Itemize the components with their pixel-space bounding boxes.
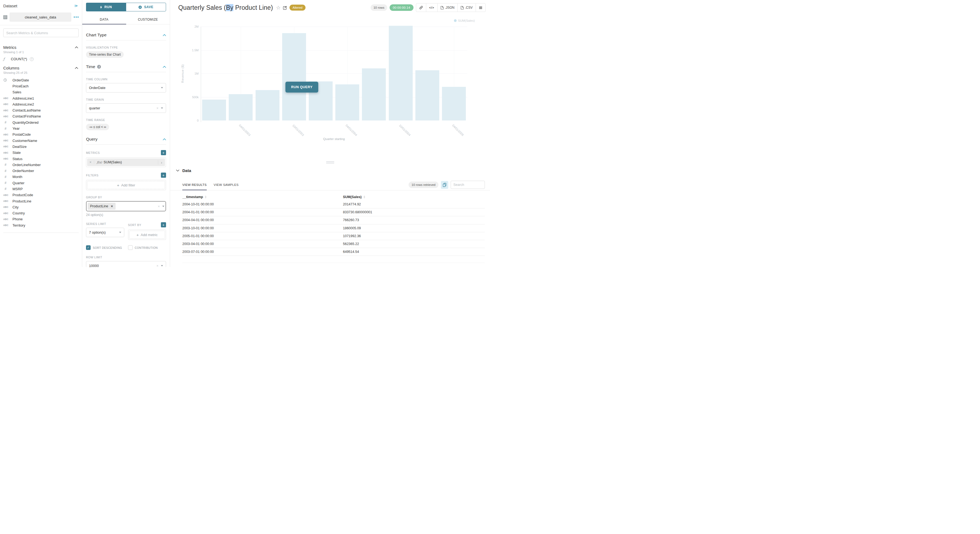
chevron-up-icon[interactable]	[163, 66, 166, 68]
sum-sales-cell: 766260.73	[343, 218, 485, 222]
column-header-timestamp[interactable]: __timestamp	[182, 195, 343, 199]
divider	[86, 72, 166, 72]
tab-data[interactable]: DATA	[82, 15, 126, 24]
metric-item[interactable]: ƒ COUNT(*) ?	[0, 54, 82, 61]
column-name: Phone	[13, 217, 23, 221]
column-item[interactable]: ABCContactFirstName	[0, 113, 82, 119]
embed-code-button[interactable]: </>	[426, 3, 438, 12]
table-row: 2004-10-01 00:00:002014774.92	[182, 200, 485, 208]
add-sort-metric-dropzone[interactable]: + Add metric	[129, 230, 165, 239]
time-range-value[interactable]: -∞ ≤ col < ∞	[86, 124, 109, 130]
clear-icon[interactable]: ×	[158, 204, 160, 208]
group-by-select[interactable]: ProductLine ✕ ×	[86, 201, 166, 211]
column-item[interactable]: #MSRP	[0, 186, 82, 192]
column-item[interactable]: ABCState	[0, 150, 82, 156]
column-item[interactable]: ABCProductCode	[0, 192, 82, 198]
add-filter-button[interactable]: +	[161, 173, 166, 178]
column-item[interactable]: ABCDealSize	[0, 143, 82, 149]
export-json-button[interactable]: .JSON	[438, 3, 457, 12]
column-item[interactable]: OrderDate	[0, 77, 82, 83]
chevron-right-icon[interactable]: ›	[158, 160, 165, 165]
column-item[interactable]: PriceEach	[0, 83, 82, 89]
column-item[interactable]: #Quarter	[0, 180, 82, 186]
export-csv-button[interactable]: .CSV	[457, 3, 476, 12]
chevron-up-icon[interactable]	[163, 34, 166, 36]
column-item[interactable]: #QuantityOrdered	[0, 119, 82, 126]
column-item[interactable]: ABCStatus	[0, 156, 82, 162]
chevron-down-icon[interactable]	[176, 170, 179, 172]
metrics-section-title: Metrics	[3, 45, 16, 50]
tab-customize[interactable]: CUSTOMIZE	[126, 15, 170, 24]
remove-metric-icon[interactable]: ×	[87, 161, 94, 164]
chevron-up-icon[interactable]	[163, 138, 166, 140]
column-item[interactable]: ABCAddressLine2	[0, 101, 82, 107]
sort-descending-checkbox[interactable]: ✓ SORT DESCENDING	[86, 245, 124, 250]
contribution-checkbox[interactable]: ✓ CONTRIBUTION	[128, 245, 166, 250]
clear-icon[interactable]: ×	[156, 106, 158, 110]
column-header-sum-sales[interactable]: SUM(Sales)	[343, 195, 485, 199]
add-filter-dropzone[interactable]: + Add filter	[87, 181, 165, 189]
column-name: PostalCode	[13, 132, 31, 137]
column-item[interactable]: ABCCustomerName	[0, 138, 82, 143]
row-count-badge: 10 rows	[371, 4, 387, 11]
column-item[interactable]: #OrderLineNumber	[0, 162, 82, 168]
chart-legend[interactable]: SUM(Sales)	[454, 19, 475, 22]
column-item[interactable]: #Month	[0, 174, 82, 180]
column-name: AddressLine1	[13, 96, 34, 100]
add-sort-metric-button[interactable]: +	[161, 222, 166, 227]
table-header-row: __timestamp SUM(Sales)	[182, 193, 485, 200]
visualization-type-value[interactable]: Time-series Bar Chart	[86, 51, 124, 58]
column-item[interactable]: ABCPhone	[0, 216, 82, 222]
search-metrics-columns-input[interactable]	[3, 29, 79, 37]
column-name: Quarter	[13, 181, 24, 185]
remove-chip-icon[interactable]: ✕	[111, 205, 113, 208]
run-button[interactable]: RUN	[86, 3, 126, 11]
dataset-selector[interactable]: cleaned_sales_data	[10, 13, 72, 22]
column-item[interactable]: Sales	[0, 89, 82, 95]
data-search-input[interactable]	[451, 181, 485, 189]
column-item[interactable]: ABCTerritory	[0, 222, 82, 228]
fx-icon: ƒ(x)	[97, 161, 102, 164]
column-item[interactable]: ABCAddressLine1	[0, 95, 82, 101]
copy-link-button[interactable]	[416, 3, 426, 12]
function-icon: ƒ	[3, 57, 8, 61]
chevron-up-icon[interactable]	[75, 46, 78, 48]
y-tick-label: 0	[172, 119, 199, 122]
save-button[interactable]: SAVE	[126, 3, 166, 11]
column-name: Territory	[13, 223, 25, 227]
favorite-star-icon[interactable]: ☆	[276, 5, 280, 11]
altered-badge[interactable]: Altered	[290, 5, 305, 11]
copy-data-button[interactable]	[441, 181, 448, 189]
time-grain-select[interactable]: quarter ×	[86, 103, 166, 113]
column-item[interactable]: ABCContactLastName	[0, 107, 82, 113]
chart-title: Quarterly Sales (By Product Line)	[178, 4, 273, 11]
series-limit-select[interactable]: 7 option(s)	[86, 228, 124, 237]
column-item[interactable]: ABCCountry	[0, 210, 82, 216]
chevron-up-icon[interactable]	[75, 67, 78, 69]
run-query-button[interactable]: RUN QUERY	[285, 82, 318, 92]
add-metric-button[interactable]: +	[161, 150, 166, 155]
panel-resize-handle[interactable]	[325, 159, 335, 165]
visualization-type-label: VISUALIZATION TYPE	[86, 46, 118, 49]
column-item[interactable]: ABCProductLine	[0, 198, 82, 204]
group-by-chip[interactable]: ProductLine ✕	[88, 203, 116, 210]
chart-menu-button[interactable]	[476, 3, 485, 12]
column-item[interactable]: #Year	[0, 126, 82, 131]
edit-title-icon[interactable]	[283, 6, 287, 10]
text-type-icon: ABC	[3, 194, 13, 197]
bar	[335, 84, 359, 121]
collapse-panel-icon[interactable]	[75, 4, 78, 7]
tab-view-results[interactable]: VIEW RESULTS	[182, 183, 207, 190]
row-limit-select[interactable]: 10000 ×	[86, 261, 166, 267]
column-item[interactable]: ABCPostalCode	[0, 132, 82, 138]
column-item[interactable]: #OrderNumber	[0, 168, 82, 174]
clear-icon[interactable]: ×	[156, 264, 158, 267]
tab-view-samples[interactable]: VIEW SAMPLES	[214, 183, 239, 190]
column-item[interactable]: ABCCity	[0, 204, 82, 210]
numeric-type-icon: #	[3, 175, 13, 179]
dataset-menu-icon[interactable]: •••	[73, 15, 79, 19]
metric-pill[interactable]: × ƒ(x) SUM(Sales) ›	[87, 159, 165, 166]
time-column-select[interactable]: OrderDate	[86, 83, 166, 92]
dataset-panel: Dataset cleaned_sales_data ••• Metrics S…	[0, 0, 82, 267]
bolt-icon	[100, 5, 102, 9]
